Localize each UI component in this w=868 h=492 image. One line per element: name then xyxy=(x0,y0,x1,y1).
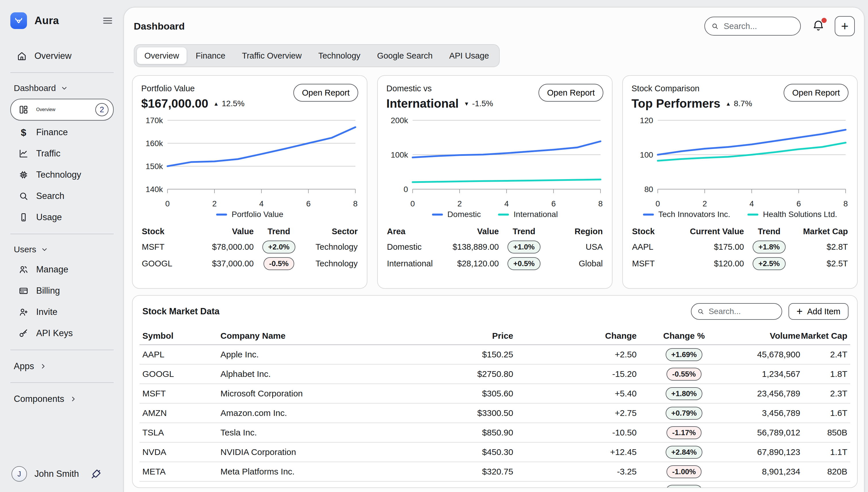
tab-finance[interactable]: Finance xyxy=(188,47,233,64)
search-icon xyxy=(711,22,718,30)
trend-badge: -0.5% xyxy=(264,257,295,270)
table-cell: +1.69% xyxy=(637,348,731,361)
column-header: Current Value xyxy=(675,227,744,236)
legend-swatch xyxy=(498,214,509,216)
svg-text:6: 6 xyxy=(551,199,556,208)
tab-technology[interactable]: Technology xyxy=(311,47,368,64)
column-header: Price xyxy=(364,331,513,341)
sidebar-item-technology[interactable]: Technology xyxy=(10,164,114,186)
sidebar-item-billing[interactable]: Billing xyxy=(10,280,114,301)
divider xyxy=(10,72,114,73)
tab-api-usage[interactable]: API Usage xyxy=(442,47,497,64)
table-cell: +1.0% xyxy=(499,241,549,253)
sidebar-item-label: Billing xyxy=(36,286,60,296)
sidebar-item-traffic[interactable]: Traffic xyxy=(10,143,114,164)
add-item-button[interactable]: + Add Item xyxy=(789,303,848,320)
column-header: Area xyxy=(387,227,430,236)
table-search[interactable] xyxy=(691,303,782,320)
add-new-button[interactable]: + xyxy=(835,16,855,36)
table-cell: +1.80% xyxy=(637,387,731,400)
legend-label: Portfolio Value xyxy=(232,210,283,219)
svg-text:8: 8 xyxy=(598,199,602,208)
table-row[interactable]: METAMeta Platforms Inc.$320.75-3.25-1.00… xyxy=(140,462,850,482)
sidebar-item-search[interactable]: Search xyxy=(10,186,114,207)
open-report-button[interactable]: Open Report xyxy=(293,84,358,102)
table-row[interactable]: MSFTMicrosoft Corporation$305.60+5.40+1.… xyxy=(140,384,850,403)
table-row[interactable]: GOOGLAlphabet Inc.$2750.80-15.20-0.55%1,… xyxy=(140,365,850,384)
paintbrush-icon[interactable] xyxy=(90,468,102,480)
tab-overview[interactable]: Overview xyxy=(137,47,187,64)
column-header: Trend xyxy=(499,227,549,236)
table-row[interactable]: AAPLApple Inc.$150.25+2.50+1.69%45,678,9… xyxy=(140,345,850,365)
global-search[interactable] xyxy=(704,17,801,35)
table-cell: +5.40 xyxy=(513,389,637,398)
table-row[interactable]: AMZNAmazon.com Inc.$3300.50+2.75+0.79%3,… xyxy=(140,403,850,423)
svg-text:170k: 170k xyxy=(146,116,163,125)
column-header: Volume xyxy=(731,331,800,341)
trend-badge: +1.80% xyxy=(666,387,703,400)
table-row[interactable]: NVDANVIDIA Corporation$450.30+12.45+2.84… xyxy=(140,443,850,462)
search-input[interactable] xyxy=(723,21,794,31)
table-cell: $320.75 xyxy=(364,467,513,476)
open-report-button[interactable]: Open Report xyxy=(784,84,848,102)
brand-name: Aura xyxy=(34,15,59,27)
line-chart-icon xyxy=(18,148,29,159)
table-cell: $120.00 xyxy=(675,259,744,268)
stock-comparison-card: Stock Comparison Top Performers ▲ 8.7% O… xyxy=(622,75,858,289)
table-cell: 1,234,567 xyxy=(731,369,800,379)
sidebar-item-invite[interactable]: Invite xyxy=(10,301,114,323)
column-header: Trend xyxy=(744,227,794,236)
sidebar-item-manage[interactable]: Manage xyxy=(10,259,114,280)
table-cell: $450.30 xyxy=(364,447,513,457)
svg-text:6: 6 xyxy=(306,199,311,208)
sidebar-item-overview[interactable]: Overview 2 xyxy=(10,99,114,121)
domestic-international-card: Domestic vs International ▼ -1.5% Open R… xyxy=(377,75,613,289)
legend-swatch xyxy=(747,214,758,216)
sidebar-group-users[interactable]: Users xyxy=(10,240,114,259)
table-row[interactable]: NFLXNetflix Inc.$480.20+9.90+1.89%4,567,… xyxy=(140,482,850,488)
user-menu[interactable]: J John Smith xyxy=(10,466,114,482)
table-cell: $78,000.00 xyxy=(185,242,254,252)
table-cell: +2.0% xyxy=(254,241,304,253)
tab-google-search[interactable]: Google Search xyxy=(370,47,440,64)
search-icon xyxy=(18,191,29,201)
mobile-device-icon xyxy=(18,212,29,222)
card-subtitle: Domestic vs xyxy=(386,84,493,93)
table-cell: MSFT xyxy=(632,259,675,268)
svg-text:2: 2 xyxy=(702,199,707,208)
sidebar-item-usage[interactable]: Usage xyxy=(10,207,114,228)
divider xyxy=(10,350,114,350)
sidebar-item-finance[interactable]: $ Finance xyxy=(10,122,114,143)
notifications-button[interactable] xyxy=(812,19,825,33)
sidebar-group-dashboard[interactable]: Dashboard xyxy=(10,79,114,98)
table-search-input[interactable] xyxy=(708,306,776,316)
sidebar-item-api-keys[interactable]: API Keys xyxy=(10,323,114,344)
open-report-button[interactable]: Open Report xyxy=(539,84,603,102)
svg-text:4: 4 xyxy=(749,199,754,208)
table-cell: 1.6T xyxy=(800,408,847,418)
column-header: Stock xyxy=(142,227,185,236)
table-cell: Global xyxy=(549,259,603,268)
table-cell: $305.60 xyxy=(364,389,513,398)
table-cell: $175.00 xyxy=(675,242,744,252)
avatar: J xyxy=(11,466,27,482)
svg-text:0: 0 xyxy=(403,185,408,194)
svg-text:2: 2 xyxy=(457,199,462,208)
table-cell: META xyxy=(142,467,220,476)
table-cell: AAPL xyxy=(632,242,675,252)
table-row[interactable]: TSLATesla Inc.$850.90-10.50-1.17%56,789,… xyxy=(140,423,850,443)
tab-traffic-overview[interactable]: Traffic Overview xyxy=(234,47,309,64)
chip-icon xyxy=(18,170,29,180)
sidebar-item-overview-home[interactable]: Overview xyxy=(10,45,114,67)
trend-badge: +1.0% xyxy=(507,241,540,253)
column-header: Change % xyxy=(637,331,731,341)
home-icon xyxy=(17,51,27,61)
hamburger-menu-icon[interactable] xyxy=(102,15,114,27)
table-cell: +1.8% xyxy=(744,241,794,253)
card-table: AreaValueTrendRegionDomestic$138,889.00+… xyxy=(386,224,603,272)
table-cell: 56,789,012 xyxy=(731,428,800,438)
sidebar-link-apps[interactable]: Apps xyxy=(10,356,114,377)
table-cell: 820B xyxy=(800,467,847,476)
sidebar-link-components[interactable]: Components xyxy=(10,389,114,409)
dashboard-tabs: Overview Finance Traffic Overview Techno… xyxy=(134,44,500,67)
